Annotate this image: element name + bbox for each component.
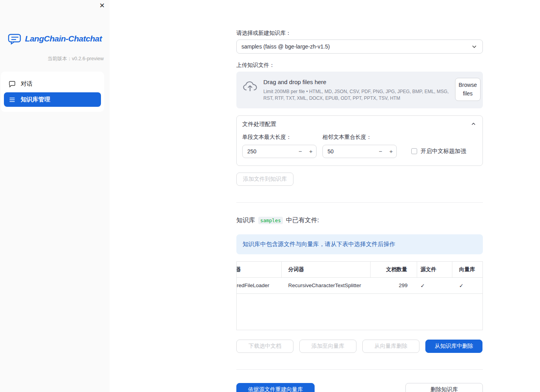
sidebar: ✕ LangChain-Chatchat 当前版本：v0.2.6-preview…	[0, 0, 110, 392]
add-files-to-kb-button[interactable]: 添加文件到知识库	[236, 173, 293, 186]
increment-icon[interactable]: +	[306, 145, 316, 158]
decrement-icon[interactable]: −	[295, 145, 306, 158]
chunk-size-value[interactable]: 250	[247, 148, 295, 155]
zh-title-enhance-row: 开启中文标题加强	[411, 145, 466, 158]
file-action-buttons: 下载选中文档 添加至向量库 从向量库删除 从知识库中删除	[236, 340, 483, 353]
column-header-splitter: 分词器	[282, 262, 371, 277]
overlap-label: 相邻文本重合长度：	[322, 134, 397, 141]
app-logo: LangChain-Chatchat	[0, 33, 110, 45]
cloud-upload-icon	[243, 80, 257, 93]
chunk-size-label: 单段文本最大长度：	[242, 134, 317, 141]
decrement-icon[interactable]: −	[375, 145, 386, 158]
increment-icon[interactable]: +	[386, 145, 396, 158]
column-header-loader-partial: 器	[237, 262, 282, 277]
kb-select-value: samples (faiss @ bge-large-zh-v1.5)	[241, 43, 330, 50]
kb-files-suffix: 中已有文件:	[286, 216, 319, 225]
kb-bottom-buttons: 依据源文件重建向量库 删除知识库	[236, 383, 483, 392]
chunk-size-input[interactable]: 250 − +	[242, 145, 317, 158]
expander-header[interactable]: 文件处理配置	[237, 116, 482, 133]
table-row[interactable]: redFileLoader RecursiveCharacterTextSpli…	[237, 278, 482, 294]
zh-title-enhance-checkbox[interactable]	[411, 148, 417, 154]
chat-bubble-icon	[9, 81, 16, 88]
logo-chat-icon	[8, 33, 22, 45]
logo-wordmark: LangChain-Chatchat	[25, 34, 102, 43]
uploader-text-block: Drag and drop files here Limit 200MB per…	[263, 78, 449, 102]
table-empty-area	[237, 294, 482, 330]
divider	[236, 202, 483, 203]
sidebar-nav: 对话 知识库管理	[1, 72, 104, 112]
delete-kb-button[interactable]: 删除知识库	[405, 383, 483, 392]
kb-page: 请选择或新建知识库： samples (faiss @ bge-large-zh…	[236, 0, 483, 392]
cell-splitter: RecursiveCharacterTextSplitter	[282, 278, 371, 293]
add-to-vector-store-button[interactable]: 添加至向量库	[299, 340, 356, 353]
overlap-value[interactable]: 50	[328, 148, 375, 155]
sidebar-item-label: 知识库管理	[21, 96, 50, 103]
delete-from-vector-store-button[interactable]: 从向量库删除	[362, 340, 419, 353]
chevron-down-icon	[471, 43, 478, 50]
delete-from-kb-button[interactable]: 从知识库中删除	[425, 340, 482, 353]
overlap-field: 相邻文本重合长度： 50 − +	[322, 134, 397, 158]
kb-select-label: 请选择或新建知识库：	[236, 30, 483, 37]
rebuild-vector-store-button[interactable]: 依据源文件重建向量库	[236, 383, 315, 392]
kb-files-prefix: 知识库	[236, 216, 255, 225]
overlap-input[interactable]: 50 − +	[322, 145, 397, 158]
upload-label: 上传知识文件：	[236, 62, 483, 69]
file-config-expander: 文件处理配置 单段文本最大长度： 250 − + 相邻文	[236, 115, 483, 166]
table-header-row: 器 分词器 文档数量 源文件 向量库	[237, 262, 482, 278]
column-header-source-file: 源文件	[417, 262, 453, 277]
download-selected-button[interactable]: 下载选中文档	[236, 340, 293, 353]
divider	[236, 369, 483, 370]
info-alert: 知识库中包含源文件与向量库，请从下表中选择文件后操作	[236, 234, 483, 254]
kb-files-heading: 知识库 samples 中已有文件:	[236, 216, 483, 225]
expander-title: 文件处理配置	[242, 120, 276, 128]
browse-files-button[interactable]: Browse files	[455, 78, 481, 101]
sidebar-item-dialogue[interactable]: 对话	[4, 77, 101, 91]
column-header-vector-store: 向量库	[452, 262, 482, 277]
cell-loader: redFileLoader	[237, 278, 282, 293]
chevron-up-icon	[470, 120, 477, 128]
uploader-title: Drag and drop files here	[263, 79, 449, 85]
chunk-size-field: 单段文本最大长度： 250 − +	[242, 134, 317, 158]
sidebar-item-label: 对话	[21, 80, 32, 88]
files-table: 器 分词器 文档数量 源文件 向量库 redFileLoader Recursi…	[236, 261, 483, 330]
sidebar-item-kb-manage[interactable]: 知识库管理	[4, 92, 101, 107]
expander-body: 单段文本最大长度： 250 − + 相邻文本重合长度： 50 − +	[237, 133, 482, 165]
cell-vector-check: ✓	[452, 278, 482, 293]
cell-source-check: ✓	[417, 278, 453, 293]
file-dropzone[interactable]: Drag and drop files here Limit 200MB per…	[236, 72, 483, 108]
cell-doc-count: 299	[371, 278, 417, 293]
uploader-limit-text: Limit 200MB per file • HTML, MD, JSON, C…	[263, 88, 449, 102]
kb-name-code: samples	[258, 217, 283, 224]
column-header-doc-count: 文档数量	[371, 262, 417, 277]
list-icon	[9, 96, 16, 103]
main-area: 请选择或新建知识库： samples (faiss @ bge-large-zh…	[110, 0, 540, 392]
close-sidebar-icon[interactable]: ✕	[99, 2, 105, 9]
zh-title-enhance-label: 开启中文标题加强	[421, 147, 466, 155]
version-text: 当前版本：v0.2.6-preview	[0, 56, 110, 62]
kb-select[interactable]: samples (faiss @ bge-large-zh-v1.5)	[236, 40, 483, 54]
